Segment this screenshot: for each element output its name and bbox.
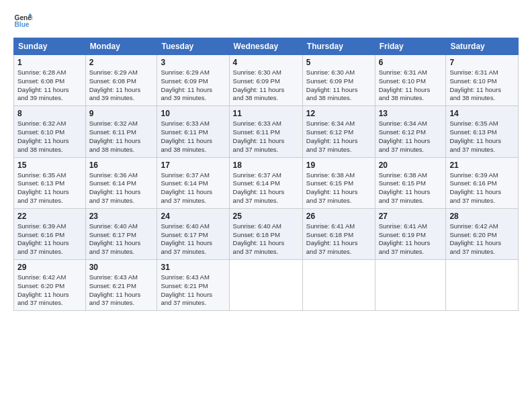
day-cell: 2Sunrise: 6:29 AMSunset: 6:08 PMDaylight…	[85, 55, 157, 106]
day-info: Sunrise: 6:34 AMSunset: 6:12 PMDaylight:…	[306, 120, 371, 154]
page-header: General Blue	[13, 12, 519, 31]
day-info: Sunrise: 6:37 AMSunset: 6:14 PMDaylight:…	[233, 171, 299, 205]
col-header-friday: Friday	[375, 38, 446, 55]
day-cell	[229, 260, 302, 311]
svg-text:Blue: Blue	[15, 21, 30, 28]
day-info: Sunrise: 6:34 AMSunset: 6:12 PMDaylight:…	[379, 120, 443, 154]
day-cell	[302, 260, 375, 311]
day-info: Sunrise: 6:32 AMSunset: 6:11 PMDaylight:…	[89, 120, 154, 154]
day-cell: 17Sunrise: 6:37 AMSunset: 6:14 PMDayligh…	[157, 157, 229, 208]
day-info: Sunrise: 6:38 AMSunset: 6:15 PMDaylight:…	[306, 171, 371, 205]
col-header-thursday: Thursday	[302, 38, 375, 55]
week-row-4: 22Sunrise: 6:39 AMSunset: 6:16 PMDayligh…	[14, 208, 519, 259]
day-number: 22	[17, 212, 82, 221]
day-info: Sunrise: 6:33 AMSunset: 6:11 PMDaylight:…	[233, 120, 299, 154]
col-header-wednesday: Wednesday	[229, 38, 302, 55]
day-number: 7	[449, 58, 515, 67]
logo: General Blue	[13, 12, 32, 31]
day-info: Sunrise: 6:30 AMSunset: 6:09 PMDaylight:…	[306, 68, 371, 103]
day-info: Sunrise: 6:41 AMSunset: 6:19 PMDaylight:…	[379, 222, 443, 257]
day-cell: 7Sunrise: 6:31 AMSunset: 6:10 PMDaylight…	[446, 55, 519, 106]
week-row-2: 8Sunrise: 6:32 AMSunset: 6:10 PMDaylight…	[14, 106, 519, 157]
day-cell: 24Sunrise: 6:40 AMSunset: 6:17 PMDayligh…	[157, 208, 229, 259]
day-info: Sunrise: 6:40 AMSunset: 6:17 PMDaylight:…	[161, 222, 225, 257]
day-cell: 25Sunrise: 6:40 AMSunset: 6:18 PMDayligh…	[229, 208, 302, 259]
calendar-page: General Blue SundayMondayTuesdayWednesda…	[0, 0, 532, 411]
day-cell: 5Sunrise: 6:30 AMSunset: 6:09 PMDaylight…	[302, 55, 375, 106]
day-number: 26	[306, 212, 371, 221]
day-number: 12	[306, 109, 371, 118]
day-info: Sunrise: 6:29 AMSunset: 6:08 PMDaylight:…	[89, 68, 154, 103]
day-cell: 30Sunrise: 6:43 AMSunset: 6:21 PMDayligh…	[85, 260, 157, 311]
day-info: Sunrise: 6:38 AMSunset: 6:15 PMDaylight:…	[379, 171, 443, 205]
day-number: 10	[161, 109, 225, 118]
day-info: Sunrise: 6:43 AMSunset: 6:21 PMDaylight:…	[89, 273, 154, 308]
day-number: 24	[161, 212, 225, 221]
day-number: 16	[89, 161, 154, 170]
day-cell: 16Sunrise: 6:36 AMSunset: 6:14 PMDayligh…	[85, 157, 157, 208]
day-info: Sunrise: 6:40 AMSunset: 6:17 PMDaylight:…	[89, 222, 154, 257]
day-info: Sunrise: 6:43 AMSunset: 6:21 PMDaylight:…	[161, 273, 225, 308]
day-cell	[375, 260, 446, 311]
day-number: 25	[233, 212, 299, 221]
day-number: 8	[17, 109, 82, 118]
day-number: 18	[233, 161, 299, 170]
day-number: 3	[161, 58, 225, 67]
day-cell: 27Sunrise: 6:41 AMSunset: 6:19 PMDayligh…	[375, 208, 446, 259]
day-number: 9	[89, 109, 154, 118]
day-info: Sunrise: 6:39 AMSunset: 6:16 PMDaylight:…	[17, 222, 82, 257]
day-number: 17	[161, 161, 225, 170]
day-cell: 22Sunrise: 6:39 AMSunset: 6:16 PMDayligh…	[14, 208, 86, 259]
calendar-body: 1Sunrise: 6:28 AMSunset: 6:08 PMDaylight…	[14, 55, 519, 311]
calendar-table: SundayMondayTuesdayWednesdayThursdayFrid…	[13, 38, 519, 311]
week-row-1: 1Sunrise: 6:28 AMSunset: 6:08 PMDaylight…	[14, 55, 519, 106]
day-cell: 12Sunrise: 6:34 AMSunset: 6:12 PMDayligh…	[302, 106, 375, 157]
day-info: Sunrise: 6:30 AMSunset: 6:09 PMDaylight:…	[233, 68, 299, 103]
week-row-5: 29Sunrise: 6:42 AMSunset: 6:20 PMDayligh…	[14, 260, 519, 311]
day-info: Sunrise: 6:41 AMSunset: 6:18 PMDaylight:…	[306, 222, 371, 257]
day-number: 30	[89, 263, 154, 272]
day-info: Sunrise: 6:42 AMSunset: 6:20 PMDaylight:…	[449, 222, 515, 257]
col-header-tuesday: Tuesday	[157, 38, 229, 55]
day-number: 15	[17, 161, 82, 170]
day-number: 31	[161, 263, 225, 272]
day-info: Sunrise: 6:42 AMSunset: 6:20 PMDaylight:…	[17, 273, 82, 308]
day-cell: 11Sunrise: 6:33 AMSunset: 6:11 PMDayligh…	[229, 106, 302, 157]
day-number: 1	[17, 58, 82, 67]
day-number: 19	[306, 161, 371, 170]
day-info: Sunrise: 6:35 AMSunset: 6:13 PMDaylight:…	[17, 171, 82, 205]
day-number: 20	[379, 161, 443, 170]
day-number: 21	[449, 161, 515, 170]
day-number: 4	[233, 58, 299, 67]
day-number: 6	[379, 58, 443, 67]
day-cell: 20Sunrise: 6:38 AMSunset: 6:15 PMDayligh…	[375, 157, 446, 208]
col-header-monday: Monday	[85, 38, 157, 55]
col-header-sunday: Sunday	[14, 38, 86, 55]
day-cell: 10Sunrise: 6:33 AMSunset: 6:11 PMDayligh…	[157, 106, 229, 157]
day-number: 29	[17, 263, 82, 272]
day-number: 14	[449, 109, 515, 118]
week-row-3: 15Sunrise: 6:35 AMSunset: 6:13 PMDayligh…	[14, 157, 519, 208]
day-info: Sunrise: 6:28 AMSunset: 6:08 PMDaylight:…	[17, 68, 82, 103]
day-cell: 6Sunrise: 6:31 AMSunset: 6:10 PMDaylight…	[375, 55, 446, 106]
day-info: Sunrise: 6:35 AMSunset: 6:13 PMDaylight:…	[449, 120, 515, 154]
day-number: 11	[233, 109, 299, 118]
day-cell: 18Sunrise: 6:37 AMSunset: 6:14 PMDayligh…	[229, 157, 302, 208]
day-info: Sunrise: 6:31 AMSunset: 6:10 PMDaylight:…	[449, 68, 515, 103]
col-header-saturday: Saturday	[446, 38, 519, 55]
day-info: Sunrise: 6:32 AMSunset: 6:10 PMDaylight:…	[17, 120, 82, 154]
day-cell: 23Sunrise: 6:40 AMSunset: 6:17 PMDayligh…	[85, 208, 157, 259]
day-cell: 19Sunrise: 6:38 AMSunset: 6:15 PMDayligh…	[302, 157, 375, 208]
calendar-header-row: SundayMondayTuesdayWednesdayThursdayFrid…	[14, 38, 519, 55]
day-cell: 9Sunrise: 6:32 AMSunset: 6:11 PMDaylight…	[85, 106, 157, 157]
day-info: Sunrise: 6:39 AMSunset: 6:16 PMDaylight:…	[449, 171, 515, 205]
day-cell: 1Sunrise: 6:28 AMSunset: 6:08 PMDaylight…	[14, 55, 86, 106]
day-cell	[446, 260, 519, 311]
day-info: Sunrise: 6:33 AMSunset: 6:11 PMDaylight:…	[161, 120, 225, 154]
day-cell: 29Sunrise: 6:42 AMSunset: 6:20 PMDayligh…	[14, 260, 86, 311]
day-info: Sunrise: 6:36 AMSunset: 6:14 PMDaylight:…	[89, 171, 154, 205]
day-number: 2	[89, 58, 154, 67]
day-cell: 28Sunrise: 6:42 AMSunset: 6:20 PMDayligh…	[446, 208, 519, 259]
day-cell: 8Sunrise: 6:32 AMSunset: 6:10 PMDaylight…	[14, 106, 86, 157]
day-cell: 26Sunrise: 6:41 AMSunset: 6:18 PMDayligh…	[302, 208, 375, 259]
